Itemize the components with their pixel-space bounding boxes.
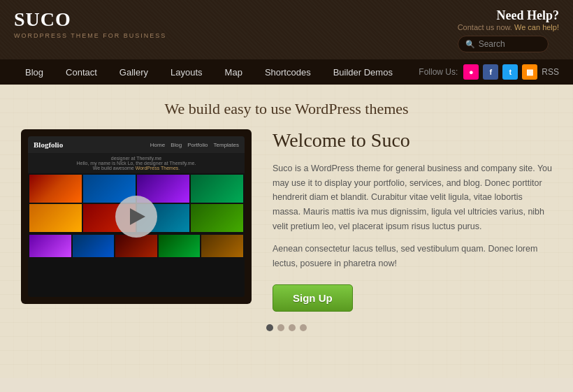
blogfolio-title: Blogfolio [34,140,63,149]
nav-item-map[interactable]: Map [214,61,254,83]
pagination [0,324,573,331]
logo-title: Suco [14,8,166,31]
follow-label: Follow Us: [419,67,458,77]
main-nav: Blog Contact Gallery Layouts Map Shortco… [0,59,573,85]
nav-item-contact[interactable]: Contact [55,61,108,83]
contact-line: Contact us now. We can help! [458,23,559,31]
play-button[interactable] [115,196,157,238]
logo-area: Suco WordPress Theme for Business [14,8,166,39]
gallery-cell-12 [159,235,201,257]
contact-link[interactable]: We can help! [514,23,559,31]
video-area: Blogfolio Home Blog Portfolio Templates … [21,129,252,304]
gallery-cell-1 [29,175,82,203]
nav-item-gallery[interactable]: Gallery [108,61,159,83]
play-triangle-icon [130,208,145,225]
pagination-dot-3[interactable] [289,324,296,331]
need-help-title: Need Help? [458,8,559,23]
nav-item-layouts[interactable]: Layouts [159,61,214,83]
gallery-cell-9 [29,235,71,257]
twitter-icon[interactable]: t [502,64,518,80]
video-screen: Blogfolio Home Blog Portfolio Templates … [28,136,245,297]
header-right: Need Help? Contact us now. We can help! … [458,8,559,52]
signup-button[interactable]: Sign Up [273,284,353,312]
logo-subtitle: WordPress Theme for Business [14,32,166,39]
pagination-dot-4[interactable] [300,324,307,331]
rss-label: RSS [542,67,559,77]
bnm-4: Templates [214,142,239,148]
gallery-cell-4 [191,175,243,203]
flickr-icon[interactable]: ● [463,64,479,80]
welcome-p2: Aenean consectetur lacus tellus, sed ves… [273,242,552,270]
welcome-p1: Suco is a WordPress theme for general bu… [273,161,552,233]
nav-links: Blog Contact Gallery Layouts Map Shortco… [14,61,419,83]
blogfolio-nav: Home Blog Portfolio Templates [150,142,239,148]
follow-area: Follow Us: ● f t ▩ RSS [419,64,559,80]
content-row: Blogfolio Home Blog Portfolio Templates … [0,129,573,312]
nav-item-blog[interactable]: Blog [14,61,55,83]
welcome-area: Welcome to Suco Suco is a WordPress them… [273,129,552,312]
facebook-icon[interactable]: f [483,64,498,80]
blogfolio-sub: designer at Themify.me Hello, my name is… [28,153,245,173]
welcome-title: Welcome to Suco [273,129,552,152]
pagination-dot-1[interactable] [266,324,273,331]
rss-icon[interactable]: ▩ [522,64,537,80]
bnm-3: Portfolio [187,142,208,148]
site-header: Suco WordPress Theme for Business Need H… [0,0,573,59]
bnm-2: Blog [171,142,182,148]
gallery-cell-8 [191,204,243,232]
blogfolio-text1: Hello, my name is Nick Lo, the designer … [34,161,239,166]
search-input[interactable] [479,39,542,49]
blogfolio-subtitle: designer at Themify.me [34,156,239,161]
tagline: We build easy to use WordPress themes [0,85,573,129]
gallery-cell-5 [29,204,82,232]
blogfolio-header: Blogfolio Home Blog Portfolio Templates [28,136,245,153]
main-content: We build easy to use WordPress themes Bl… [0,85,573,378]
bnm-1: Home [150,142,165,148]
gallery-cell-13 [201,235,243,257]
gallery-cell-10 [73,235,115,257]
search-icon: 🔍 [465,40,475,49]
nav-item-builder-demos[interactable]: Builder Demos [322,61,404,83]
blogfolio-text2: We build awesome WordPress Themes. [34,166,239,170]
search-box: 🔍 [458,36,549,52]
gallery-cell-11 [115,235,157,257]
nav-item-shortcodes[interactable]: Shortcodes [254,61,322,83]
pagination-dot-2[interactable] [277,324,284,331]
